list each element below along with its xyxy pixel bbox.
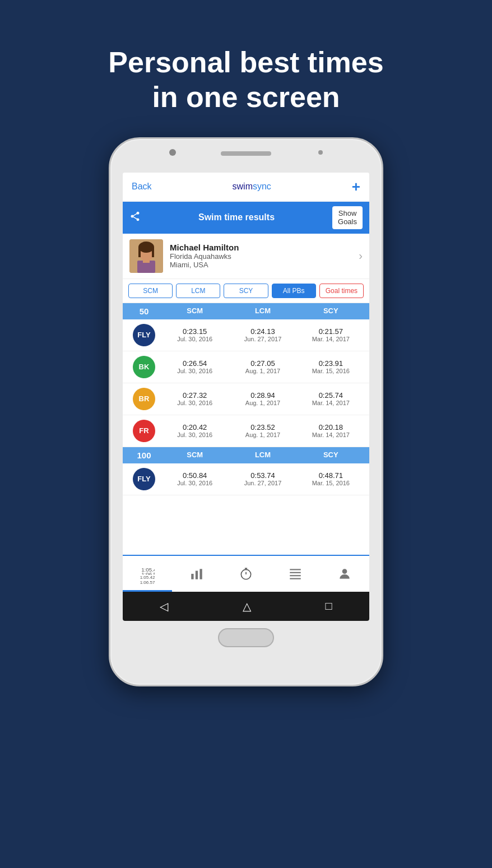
svg-rect-10 xyxy=(196,570,198,579)
app-logo: swimsync xyxy=(233,182,271,192)
filter-tabs: SCM LCM SCY All PBs Goal times xyxy=(123,279,369,303)
table-row: FR 0:20.42 Jul. 30, 2016 0:23.52 Aug. 1,… xyxy=(123,415,369,447)
android-home-button[interactable]: △ xyxy=(243,600,251,613)
svg-rect-9 xyxy=(191,574,193,579)
swim-cell-fly-100-lcm: 0:53.74 Jun. 27, 2017 xyxy=(229,471,296,486)
swim-cell-fr-50-lcm: 0:23.52 Aug. 1, 2017 xyxy=(229,423,296,438)
swim-cell-fr-50-scy: 0:20.18 Mar. 14, 2017 xyxy=(297,423,365,438)
phone-screen: Back swimsync + Swim time results ShowGo… xyxy=(123,173,369,621)
col-lcm-100: LCM xyxy=(229,451,296,460)
svg-rect-17 xyxy=(290,572,301,573)
tab-all-pbs[interactable]: All PBs xyxy=(272,284,316,298)
android-nav-bar: ◁ △ □ xyxy=(123,592,369,621)
stroke-badge-br-50: BR xyxy=(133,388,155,410)
svg-rect-6 xyxy=(143,259,150,263)
swim-cell-bk-50-lcm: 0:27.05 Aug. 1, 2017 xyxy=(229,359,296,374)
android-back-button[interactable]: ◁ xyxy=(160,600,168,613)
profile-section[interactable]: Michael Hamilton Florida Aquahawks Miami… xyxy=(123,234,369,279)
nav-item-profile[interactable] xyxy=(320,556,369,592)
tab-goal-times[interactable]: Goal times xyxy=(319,284,364,298)
distance-50: 50 xyxy=(127,307,161,316)
physical-home-button[interactable] xyxy=(218,628,274,647)
app-header: Back swimsync + xyxy=(123,173,369,202)
chevron-right-icon: › xyxy=(359,249,363,262)
tab-scm[interactable]: SCM xyxy=(128,284,173,298)
add-button[interactable]: + xyxy=(352,178,360,196)
swim-cell-fly-50-scy: 0:21.57 Mar. 14, 2017 xyxy=(297,327,365,342)
share-icon[interactable] xyxy=(129,211,141,225)
table-row: FLY 0:23.15 Jul. 30, 2016 0:24.13 Jun. 2… xyxy=(123,319,369,351)
page-title: Personal best times in one screen xyxy=(75,45,417,115)
swim-cell-br-50-scy: 0:25.74 Mar. 14, 2017 xyxy=(297,391,365,406)
profile-info: Michael Hamilton Florida Aquahawks Miami… xyxy=(170,243,359,269)
table-row: BK 0:26.54 Jul. 30, 2016 0:27.05 Aug. 1,… xyxy=(123,351,369,383)
android-recent-button[interactable]: □ xyxy=(326,600,332,612)
results-title: Swim time results xyxy=(141,212,332,222)
svg-rect-18 xyxy=(290,575,301,576)
stroke-badge-fly-50: FLY xyxy=(133,324,155,346)
nav-item-chart[interactable] xyxy=(172,556,221,592)
swim-cell-bk-50-scm: 0:26.54 Jul. 30, 2016 xyxy=(161,359,229,374)
swim-cell-fly-100-scy: 0:48.71 Mar. 15, 2016 xyxy=(297,471,365,486)
nav-item-timer[interactable] xyxy=(221,556,271,592)
stroke-badge-bk-50: BK xyxy=(133,356,155,378)
col-scm-100: SCM xyxy=(161,451,229,460)
svg-rect-3 xyxy=(138,247,141,257)
svg-point-20 xyxy=(342,569,347,574)
swim-cell-fr-50-scm: 0:20.42 Jul. 30, 2016 xyxy=(161,423,229,438)
nav-item-list[interactable] xyxy=(271,556,320,592)
stroke-badge-fly-100: FLY xyxy=(133,468,155,490)
avatar xyxy=(129,239,163,273)
svg-point-2 xyxy=(138,242,154,253)
table-row: FLY 0:50.84 Jul. 30, 2016 0:53.74 Jun. 2… xyxy=(123,463,369,495)
table-header-100: 100 SCM LCM SCY xyxy=(123,447,369,463)
show-goals-button[interactable]: ShowGoals xyxy=(332,206,363,229)
results-bar: Swim time results ShowGoals xyxy=(123,202,369,234)
distance-100: 100 xyxy=(127,451,161,460)
profile-team: Florida Aquahawks xyxy=(170,252,359,261)
swim-cell-bk-50-scy: 0:23.91 Mar. 15, 2016 xyxy=(297,359,365,374)
svg-rect-16 xyxy=(290,569,301,570)
col-scy-100: SCY xyxy=(297,451,365,460)
profile-location: Miami, USA xyxy=(170,261,359,269)
swim-cell-fly-100-scm: 0:50.84 Jul. 30, 2016 xyxy=(161,471,229,486)
table-header-50: 50 SCM LCM SCY xyxy=(123,303,369,319)
swim-cell-fly-50-scm: 0:23.15 Jul. 30, 2016 xyxy=(161,327,229,342)
tab-scy[interactable]: SCY xyxy=(224,284,268,298)
col-scy: SCY xyxy=(297,307,365,316)
bottom-nav: 1:05.42 1:06.57 1:05.421:06.57 xyxy=(123,555,369,592)
table-row: BR 0:27.32 Jul. 30, 2016 0:28.94 Aug. 1,… xyxy=(123,383,369,415)
stroke-badge-fr-50: FR xyxy=(133,420,155,442)
back-button[interactable]: Back xyxy=(132,182,152,192)
col-lcm: LCM xyxy=(229,307,296,316)
swim-table: 50 SCM LCM SCY FLY 0:23.15 Jul. 30, 2016… xyxy=(123,303,369,592)
svg-rect-11 xyxy=(199,569,202,579)
nav-item-times[interactable]: 1:05.42 1:06.57 1:05.421:06.57 xyxy=(123,556,172,592)
profile-name: Michael Hamilton xyxy=(170,243,359,252)
svg-text:1:06.57: 1:06.57 xyxy=(141,571,155,575)
phone-mockup: Back swimsync + Swim time results ShowGo… xyxy=(109,137,383,686)
svg-point-12 xyxy=(241,569,250,579)
svg-rect-4 xyxy=(152,247,154,257)
swim-cell-br-50-scm: 0:27.32 Jul. 30, 2016 xyxy=(161,391,229,406)
swim-cell-fly-50-lcm: 0:24.13 Jun. 27, 2017 xyxy=(229,327,296,342)
swim-cell-br-50-lcm: 0:28.94 Aug. 1, 2017 xyxy=(229,391,296,406)
svg-rect-19 xyxy=(290,578,301,579)
col-scm: SCM xyxy=(161,307,229,316)
tab-lcm[interactable]: LCM xyxy=(176,284,220,298)
